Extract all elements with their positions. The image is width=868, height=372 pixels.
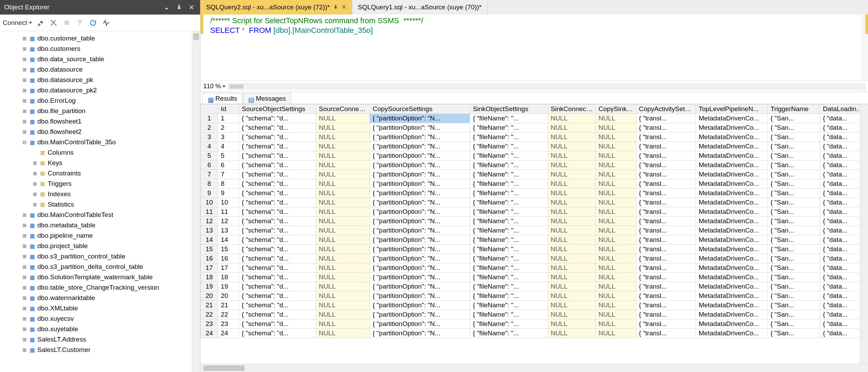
cell[interactable]: NULL xyxy=(548,123,595,133)
table-row[interactable]: 1616{ "schema": "d...NULL{ "partitionOpt… xyxy=(201,254,868,263)
cell[interactable]: { "schema": "d... xyxy=(239,235,316,245)
window-position-icon[interactable] xyxy=(162,3,171,12)
expander-icon[interactable] xyxy=(22,46,27,51)
cell[interactable]: NULL xyxy=(316,123,370,133)
cell[interactable]: 5 xyxy=(218,151,239,161)
results-grid[interactable]: IdSourceObjectSettingsSourceConnec...Cop… xyxy=(200,104,868,372)
cell[interactable]: { "fileName": "... xyxy=(470,245,548,254)
tree-node[interactable]: dbo.datasource xyxy=(0,64,200,75)
cell[interactable]: { "fileName": "... xyxy=(470,217,548,226)
cell[interactable]: NULL xyxy=(548,245,595,254)
cell[interactable]: { "partitionOption": "N... xyxy=(370,217,470,226)
tree-node[interactable]: dbo.XMLtable xyxy=(0,303,200,314)
close-pane-icon[interactable] xyxy=(187,3,196,12)
cell[interactable]: MetadataDrivenCo... xyxy=(696,291,768,301)
tree-node[interactable]: SalesLT.Customer xyxy=(0,345,200,355)
cell[interactable]: { "San... xyxy=(767,133,820,142)
cell[interactable]: { "transl... xyxy=(636,123,696,133)
expander-icon[interactable] xyxy=(22,244,27,248)
editor-overview-ruler[interactable] xyxy=(861,15,868,81)
expander-icon[interactable] xyxy=(22,296,27,300)
cell[interactable]: { "fileName": "... xyxy=(470,123,548,133)
cell[interactable]: { "San... xyxy=(767,319,820,329)
cell[interactable]: NULL xyxy=(548,273,595,282)
table-row[interactable]: 1414{ "schema": "d...NULL{ "partitionOpt… xyxy=(201,235,868,245)
cell[interactable]: 7 xyxy=(218,170,239,179)
expander-icon[interactable] xyxy=(22,275,27,280)
tree-node[interactable]: dbo.MainControlTableTest xyxy=(0,210,200,220)
cell[interactable]: NULL xyxy=(596,207,636,217)
row-number[interactable]: 18 xyxy=(201,273,218,282)
cell[interactable]: 1 xyxy=(218,114,239,123)
cell[interactable]: MetadataDrivenCo... xyxy=(696,282,768,291)
cell[interactable]: { "San... xyxy=(767,142,820,151)
close-tab-icon[interactable] xyxy=(342,3,346,11)
table-row[interactable]: 1919{ "schema": "d...NULL{ "partitionOpt… xyxy=(201,282,868,291)
cell[interactable]: { "San... xyxy=(767,329,820,338)
cell[interactable]: { "schema": "d... xyxy=(239,254,316,263)
table-row[interactable]: 1010{ "schema": "d...NULL{ "partitionOpt… xyxy=(201,198,868,207)
cell[interactable]: 6 xyxy=(218,161,239,170)
refresh-icon[interactable] xyxy=(88,18,98,28)
cell[interactable]: NULL xyxy=(596,310,636,319)
cell[interactable]: { "partitionOption": "N... xyxy=(370,142,470,151)
table-row[interactable]: 1111{ "schema": "d...NULL{ "partitionOpt… xyxy=(201,207,868,217)
cell[interactable]: { "schema": "d... xyxy=(239,189,316,198)
cell[interactable]: { "fileName": "... xyxy=(470,291,548,301)
cell[interactable]: NULL xyxy=(548,142,595,151)
row-number[interactable]: 13 xyxy=(201,226,218,235)
cell[interactable]: { "partitionOption": "N... xyxy=(370,310,470,319)
cell[interactable]: 22 xyxy=(218,310,239,319)
cell[interactable]: { "San... xyxy=(767,254,820,263)
cell[interactable]: { "fileName": "... xyxy=(470,235,548,245)
row-number[interactable]: 8 xyxy=(201,179,218,189)
cell[interactable]: { "schema": "d... xyxy=(239,273,316,282)
cell[interactable]: { "partitionOption": "N... xyxy=(370,329,470,338)
expander-icon[interactable] xyxy=(32,181,37,186)
cell[interactable]: { "schema": "d... xyxy=(239,245,316,254)
expander-icon[interactable] xyxy=(22,88,27,93)
expander-icon[interactable] xyxy=(22,212,27,217)
cell[interactable]: NULL xyxy=(548,226,595,235)
cell[interactable]: MetadataDrivenCo... xyxy=(696,179,768,189)
cell[interactable]: NULL xyxy=(316,179,370,189)
cell[interactable]: { "San... xyxy=(767,217,820,226)
cell[interactable]: { "partitionOption": "N... xyxy=(370,291,470,301)
tree-node[interactable]: dbo.pipeline_name xyxy=(0,230,200,241)
tab-messages[interactable]: Messages xyxy=(243,93,291,104)
cell[interactable]: { "fileName": "... xyxy=(470,179,548,189)
pin-icon[interactable] xyxy=(333,3,338,11)
row-number[interactable]: 7 xyxy=(201,170,218,179)
tree-node[interactable]: Constraints xyxy=(0,168,200,179)
expander-icon[interactable] xyxy=(22,78,27,82)
cell[interactable]: 15 xyxy=(218,245,239,254)
autohide-pin-icon[interactable] xyxy=(175,3,184,12)
row-number[interactable]: 12 xyxy=(201,217,218,226)
tree-node[interactable]: Indexes xyxy=(0,189,200,199)
tree-node[interactable]: SalesLT.Address xyxy=(0,334,200,345)
row-number[interactable]: 9 xyxy=(201,189,218,198)
cell[interactable]: NULL xyxy=(316,282,370,291)
table-row[interactable]: 1313{ "schema": "d...NULL{ "partitionOpt… xyxy=(201,226,868,235)
cell[interactable]: NULL xyxy=(316,198,370,207)
row-number[interactable]: 10 xyxy=(201,198,218,207)
cell[interactable]: { "transl... xyxy=(636,189,696,198)
cell[interactable]: NULL xyxy=(548,310,595,319)
expander-icon[interactable] xyxy=(32,171,37,176)
cell[interactable]: { "partitionOption": "N... xyxy=(370,245,470,254)
cell[interactable]: 14 xyxy=(218,235,239,245)
cell[interactable]: MetadataDrivenCo... xyxy=(696,198,768,207)
cell[interactable]: { "transl... xyxy=(636,133,696,142)
cell[interactable]: { "transl... xyxy=(636,142,696,151)
cell[interactable]: { "partitionOption": "N... xyxy=(370,254,470,263)
cell[interactable]: { "schema": "d... xyxy=(239,217,316,226)
table-row[interactable]: 77{ "schema": "d...NULL{ "partitionOptio… xyxy=(201,170,868,179)
expander-icon[interactable] xyxy=(22,36,27,41)
editor-horizontal-scrollbar[interactable] xyxy=(228,83,865,90)
cell[interactable]: MetadataDrivenCo... xyxy=(696,310,768,319)
cell[interactable]: NULL xyxy=(316,235,370,245)
cell[interactable]: NULL xyxy=(316,273,370,282)
expander-icon[interactable] xyxy=(22,347,27,352)
cell[interactable]: NULL xyxy=(548,329,595,338)
table-row[interactable]: 33{ "schema": "d...NULL{ "partitionOptio… xyxy=(201,133,868,142)
